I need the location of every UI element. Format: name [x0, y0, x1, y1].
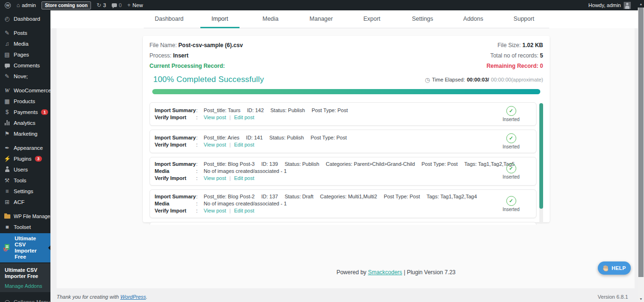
sidebar-item-wp-file-manager[interactable]: WP File Manager	[0, 211, 50, 221]
check-circle-icon: ✓	[506, 106, 516, 116]
wordpress-link[interactable]: WordPress	[120, 294, 146, 300]
import-record-row: Import Summary : Post_title: Blog Post-2…	[149, 189, 537, 218]
comment-icon	[112, 3, 117, 7]
import-record-row: Import Summary : Post_title: AriesID: 14…	[149, 130, 537, 153]
view-post-link[interactable]: View post	[204, 114, 226, 120]
woocommerce-icon: W	[4, 88, 10, 93]
list-scrollbar-thumb[interactable]	[539, 103, 543, 209]
new-content-link[interactable]: + New	[127, 2, 143, 8]
admin-top-bar: W ⌂ admin Store coming soon ↻ 3 0 + New …	[0, 0, 644, 10]
posts-icon: ✎	[4, 30, 10, 36]
wp-footer-thanks: Thank you for creating with WordPress.	[57, 294, 148, 300]
users-icon	[4, 166, 10, 173]
coming-soon-badge[interactable]: Store coming soon	[41, 1, 91, 9]
tab-manager[interactable]: Manager	[296, 10, 347, 28]
sidebar-item-pages[interactable]: ▤ Pages	[0, 49, 50, 60]
toolset-icon: ■	[4, 224, 10, 230]
sidebar-item-appearance[interactable]: ✒ Appearance	[0, 143, 50, 153]
pages-icon: ▤	[4, 52, 10, 57]
sidebar-item-payments[interactable]: $ Payments 1	[0, 107, 50, 117]
tab-support[interactable]: Support	[499, 10, 550, 28]
comments-icon	[4, 63, 10, 68]
tab-addons[interactable]: Addons	[448, 10, 499, 28]
updates-count: 3	[103, 2, 106, 8]
scrollbar-thumb[interactable]	[638, 8, 644, 277]
csv-importer-submenu: Ultimate CSV Importer Free Manage Addons	[0, 263, 50, 292]
file-size-value: 1.02 KB	[522, 42, 543, 49]
pin-icon: ✎	[4, 73, 10, 79]
scroll-up-arrow[interactable]: ▲	[638, 0, 644, 8]
total-records-field: Total no of records: 5	[490, 52, 543, 59]
view-post-link[interactable]: View post	[204, 142, 226, 147]
import-status-card: File Name: Post-csv-sample (6).csv File …	[143, 36, 550, 222]
collapse-icon: ◀	[4, 299, 10, 302]
sidebar-item-dashboard[interactable]: ◴ Dashboard	[0, 14, 50, 24]
remaining-record-field: Remaining Record: 0	[487, 63, 543, 69]
edit-post-link[interactable]: Edit post	[234, 142, 254, 147]
tab-dashboard[interactable]: Dashboard	[144, 10, 195, 28]
status-label: Inserted	[503, 174, 520, 180]
wordpress-logo-icon: W	[5, 2, 11, 8]
comments-link[interactable]: 0	[112, 2, 122, 8]
edit-post-link[interactable]: Edit post	[234, 208, 254, 213]
time-estimate-value: 00:00:00(approximate)	[491, 77, 543, 82]
help-button[interactable]: HELP	[598, 261, 631, 275]
wordpress-menu[interactable]: W	[5, 2, 11, 8]
sidebar-item-products[interactable]: ▦ Products	[0, 96, 50, 106]
scroll-down-arrow[interactable]: ▼	[638, 295, 644, 302]
sidebar-item-plugins[interactable]: ⚡ Plugins 3	[0, 154, 50, 164]
file-size-field: File Size: 1.02 KB	[497, 42, 543, 49]
account-menu[interactable]: Howdy, admin	[588, 2, 631, 9]
sidebar-item-analytics[interactable]: Analytics	[0, 118, 50, 128]
admin-sidebar: ◴ Dashboard ✎ Posts ♫ Media ▤ Pages Comm…	[0, 10, 50, 302]
sidebar-item-nove[interactable]: ✎ Nove;	[0, 71, 50, 82]
tab-media[interactable]: Media	[245, 10, 296, 28]
collapse-menu-button[interactable]: ◀ Collapse Menu	[0, 297, 50, 302]
sidebar-item-users[interactable]: Users	[0, 164, 50, 175]
tab-settings[interactable]: Settings	[397, 10, 448, 28]
sidebar-item-settings[interactable]: ≡ Settings	[0, 186, 50, 196]
plugins-icon: ⚡	[4, 156, 10, 162]
plus-icon: +	[127, 2, 131, 8]
status-label: Inserted	[503, 117, 520, 122]
sidebar-item-tools[interactable]: ⚒ Tools	[0, 175, 50, 186]
record-status: ✓ Inserted	[494, 133, 528, 149]
import-results-list: Import Summary : Post_title: TaursID: 14…	[149, 102, 543, 225]
site-name-link[interactable]: ⌂ admin	[17, 2, 36, 8]
record-status: ✓ Inserted	[494, 163, 528, 180]
tab-import[interactable]: Import	[195, 10, 246, 28]
folder-icon	[4, 213, 10, 220]
process-field: Process: Insert	[149, 52, 189, 59]
sidebar-item-woocommerce[interactable]: W WooCommerce	[0, 85, 50, 96]
tab-export[interactable]: Export	[347, 10, 397, 28]
updates-link[interactable]: ↻ 3	[97, 2, 106, 8]
sidebar-item-media[interactable]: ♫ Media	[0, 39, 50, 49]
analytics-icon	[4, 120, 10, 126]
submenu-item-ultimate-csv-importer-free[interactable]: Ultimate CSV Importer Free	[0, 266, 50, 281]
file-name-value: Post-csv-sample (6).csv	[178, 42, 243, 49]
record-status: ✓ Inserted	[494, 106, 528, 122]
sidebar-item-marketing[interactable]: ⚑ Marketing	[0, 129, 50, 139]
submenu-item-manage-addons[interactable]: Manage Addons	[0, 281, 50, 289]
edit-post-link[interactable]: Edit post	[234, 114, 254, 120]
update-icon: ↻	[97, 2, 101, 8]
edit-post-link[interactable]: Edit post	[234, 175, 254, 181]
sidebar-item-acf[interactable]: ⊞ ACF	[0, 197, 50, 207]
browser-scrollbar[interactable]: ▲ ▼	[638, 0, 644, 302]
import-record-row: Import Summary : Post_title: Blog Post-3…	[149, 157, 537, 186]
sidebar-item-ultimate-csv-importer[interactable]: ↻ Ultimate CSV Importer Free	[0, 233, 50, 262]
settings-icon: ≡	[4, 188, 10, 194]
smackcoders-link[interactable]: Smackcoders	[368, 269, 402, 276]
list-scrollbar[interactable]	[539, 103, 543, 224]
payments-badge: 1	[41, 109, 48, 115]
media-icon: ♫	[4, 41, 10, 47]
sidebar-item-posts[interactable]: ✎ Posts	[0, 28, 50, 38]
sidebar-item-comments[interactable]: Comments	[0, 60, 50, 71]
view-post-link[interactable]: View post	[204, 175, 226, 181]
sidebar-item-toolset[interactable]: ■ Toolset	[0, 222, 50, 232]
view-post-link[interactable]: View post	[204, 208, 226, 213]
process-value: Insert	[173, 52, 189, 59]
time-elapsed-value: 00:00:03/	[467, 77, 489, 82]
clock-icon: ◷	[425, 77, 430, 83]
file-name-field: File Name: Post-csv-sample (6).csv	[149, 42, 243, 49]
